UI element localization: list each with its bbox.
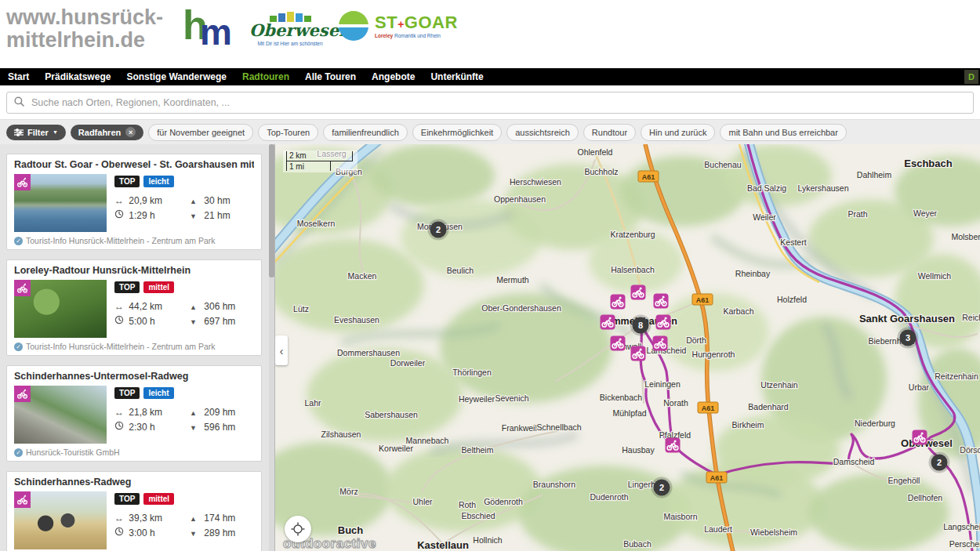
map-bike-marker[interactable] (601, 315, 615, 330)
map-town-label: Ebschied (461, 511, 495, 520)
map-town-label: Mermuth (496, 275, 529, 285)
nav-item-alle-touren[interactable]: Alle Touren (297, 71, 364, 82)
cycling-icon (14, 386, 31, 402)
map-canvas[interactable]: LassergBurgenMoselkernMorshausenOppenhau… (275, 144, 980, 551)
map-bike-marker[interactable] (913, 430, 927, 445)
map-town-label: Beltheim (462, 445, 494, 455)
ascent-icon: ▲ (190, 198, 201, 205)
stgoar-logo[interactable]: ST+GOAR Loreley Romantik und Rhein (339, 11, 458, 41)
duration-icon (114, 421, 126, 433)
tour-title[interactable]: Radtour St. Goar - Oberwesel - St. Goars… (14, 159, 254, 170)
top-badge: TOP (114, 176, 140, 187)
language-switch[interactable]: D (964, 70, 978, 84)
stgoar-logo-goar: GOAR (405, 13, 458, 32)
tour-card[interactable]: Loreley-Radtour Hunsrück-Mittelrhein TOP… (6, 259, 262, 356)
active-filter-chip-radfahren[interactable]: Radfahren × (71, 125, 143, 140)
map-town-label: Hollnich (473, 535, 503, 545)
svg-text:2: 2 (659, 483, 664, 492)
map-town-label: Dahlheim (857, 170, 892, 179)
search-input[interactable] (30, 96, 973, 109)
map-town-label: Rheinbay (735, 269, 771, 278)
map-town-label: Utzenhain (760, 380, 797, 390)
map-cluster-marker[interactable]: 8 (630, 315, 652, 336)
map-cluster-marker[interactable]: 2 (929, 452, 950, 473)
tour-card[interactable]: Radtour St. Goar - Oberwesel - St. Goars… (6, 154, 262, 250)
svg-text:A61: A61 (702, 404, 715, 412)
map-cluster-marker[interactable]: 2 (428, 219, 449, 241)
map-town-label: Prath (848, 209, 867, 219)
map-bike-marker[interactable] (611, 336, 626, 351)
search-box[interactable] (6, 92, 974, 114)
map-bike-marker[interactable] (631, 346, 646, 361)
map-town-label: Mühlpfad (612, 408, 646, 418)
filter-chip[interactable]: Top-Touren (258, 124, 318, 141)
map-bike-marker[interactable] (666, 438, 681, 453)
svg-text:A61: A61 (696, 296, 710, 304)
search-row (0, 85, 980, 120)
nav-item-angebote[interactable]: Angebote (364, 71, 423, 82)
filter-chip[interactable]: Einkehrmöglichkeit (412, 124, 502, 141)
svg-text:A61: A61 (710, 474, 724, 482)
nav-item-start[interactable]: Start (0, 71, 37, 82)
map-town-label: Roth (459, 500, 476, 509)
site-logo-text[interactable]: www.hunsrück- mittelrhein.de (6, 6, 163, 52)
map-town-label: Maisborn (663, 512, 697, 521)
nav-item-sonstige-wanderwege[interactable]: Sonstige Wanderwege (118, 71, 234, 82)
oberwesel-logo[interactable]: Oberwesel Mit Dir ist Hier am schönsten (249, 8, 331, 46)
duration-value: 1:29 h (129, 210, 154, 221)
tour-card[interactable]: Schinderhannes-Untermosel-Radweg TOP lei… (6, 365, 262, 462)
list-scrollbar-thumb[interactable] (269, 144, 274, 277)
filter-chip[interactable]: für November geeignet (148, 124, 253, 141)
svg-text:3: 3 (906, 333, 910, 343)
list-scrollbar-track[interactable] (269, 144, 274, 551)
map-cluster-marker[interactable]: 3 (898, 328, 919, 349)
map-town-label: Lütz (293, 304, 309, 314)
map-town-label: Gödenroth (484, 497, 523, 506)
duration-value: 5:00 h (129, 316, 154, 327)
duration-icon (114, 315, 126, 327)
map-bike-marker[interactable] (653, 336, 668, 351)
oberwesel-logo-name: Oberwesel (249, 22, 331, 38)
difficulty-badge: mittel (143, 281, 174, 293)
tour-title[interactable]: Loreley-Radtour Hunsrück-Mittelrhein (14, 265, 254, 276)
filter-button[interactable]: Filter ▼ (6, 125, 66, 140)
tour-thumbnail[interactable] (14, 174, 107, 232)
tour-thumbnail[interactable] (14, 386, 107, 444)
tour-title[interactable]: Schinderhannes-Untermosel-Radweg (14, 371, 254, 382)
filter-chip[interactable]: mit Bahn und Bus erreichbar (720, 124, 846, 141)
geolocate-button[interactable] (285, 516, 311, 542)
filter-chip[interactable]: familienfreundlich (323, 124, 408, 141)
map-bike-marker[interactable] (631, 285, 646, 300)
nav-item-unterk-nfte[interactable]: Unterkünfte (423, 71, 491, 82)
map-town-label: Karbach (723, 306, 753, 316)
hm-logo[interactable]: h m (183, 8, 238, 60)
map-town-label: Reitzenhain (935, 372, 978, 381)
ascent-value: 30 hm (204, 195, 230, 206)
tour-thumbnail[interactable] (14, 280, 107, 338)
remove-filter-icon[interactable]: × (125, 127, 136, 137)
tour-thumbnail[interactable] (14, 491, 107, 549)
difficulty-badge: leicht (143, 176, 173, 187)
map-cluster-marker[interactable]: 2 (652, 477, 673, 498)
map-town-label: Lykershausen (798, 183, 849, 193)
map-bike-marker[interactable] (656, 315, 671, 330)
duration-icon (114, 527, 126, 538)
nav-item-pr-dikatswege[interactable]: Prädikatswege (37, 71, 118, 82)
distance-icon: ↔ (114, 407, 126, 418)
svg-text:2: 2 (937, 458, 942, 467)
cycling-icon (14, 174, 31, 190)
filter-chip[interactable]: Rundtour (583, 124, 636, 141)
filter-chip[interactable]: aussichtsreich (506, 124, 579, 141)
map-town-label: Thörlingen (452, 368, 492, 377)
map-town-label: Laudert (704, 524, 732, 534)
tour-title[interactable]: Schinderhannes-Radweg (14, 477, 254, 488)
filter-chip[interactable]: Hin und zurück (641, 124, 715, 141)
map-bike-marker[interactable] (654, 294, 669, 309)
nav-item-radtouren[interactable]: Radtouren (234, 71, 297, 82)
panel-collapse-button[interactable]: ‹ (275, 335, 288, 365)
map-bike-marker[interactable] (611, 295, 626, 310)
map-container[interactable]: 2 km 1 mi ‹ outdooractive LassergBurgenM… (274, 144, 980, 551)
source-label: Hunsrück-Touristik GmbH (26, 448, 120, 457)
tour-card[interactable]: Schinderhannes-Radweg TOP mittel ↔ 39,3 … (6, 471, 262, 551)
map-town-label: Zilshausen (321, 430, 361, 439)
